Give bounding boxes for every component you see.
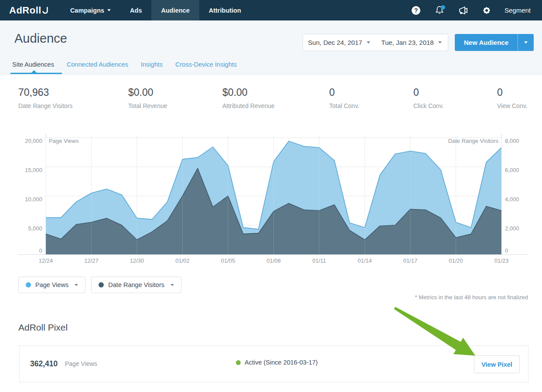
- chevron-down-icon: [75, 284, 78, 286]
- svg-text:6,000: 6,000: [505, 167, 519, 173]
- new-audience-dropdown-button[interactable]: [518, 34, 534, 51]
- new-audience-button[interactable]: New Audience: [455, 34, 518, 51]
- stat-label: Click Conv.: [413, 102, 444, 109]
- adroll-logo[interactable]: AdRoll: [0, 0, 61, 20]
- end-date-picker[interactable]: Tue, Jan 23, 2018: [375, 34, 448, 51]
- status-badge: Active (Since 2016-03-17): [245, 359, 318, 366]
- view-pixel-button[interactable]: View Pixel: [474, 355, 520, 373]
- svg-text:01/08: 01/08: [266, 257, 281, 264]
- stat-view-conv: 0 View Conv.: [497, 87, 528, 109]
- audience-tabs: Site Audiences Connected Audiences Insig…: [12, 61, 237, 68]
- svg-text:?: ?: [414, 7, 418, 14]
- stat-click-conv: 0 Click Conv.: [413, 87, 444, 109]
- chevron-down-icon: [524, 41, 528, 44]
- active-tab-notch: [31, 70, 37, 73]
- stat-value: 0: [497, 87, 528, 98]
- top-nav: AdRoll Campaigns Ads Audience Attributio…: [0, 0, 542, 20]
- stat-value: $0.00: [128, 87, 167, 98]
- pixel-page-views-value: 362,410: [30, 359, 58, 368]
- tab-site-audiences[interactable]: Site Audiences: [12, 61, 54, 68]
- nav-item-label: Ads: [130, 7, 142, 14]
- visitors-series-dot: [99, 282, 104, 287]
- adroll-logo-swirl-icon: [42, 7, 48, 14]
- stat-label: Date Range Visitors: [18, 102, 72, 109]
- chevron-down-icon: [367, 41, 370, 44]
- svg-text:12/30: 12/30: [130, 257, 144, 264]
- nav-item-label: Attribution: [209, 7, 241, 14]
- svg-text:2,000: 2,000: [505, 225, 519, 232]
- svg-text:20,000: 20,000: [25, 138, 42, 144]
- metrics-footnote: * Metrics in the last 48 hours are not f…: [415, 294, 528, 301]
- stat-value: $0.00: [222, 87, 275, 98]
- page-header: Audience Sun, Dec 24, 2017 Tue, Jan 23, …: [0, 20, 542, 74]
- svg-text:01/11: 01/11: [312, 257, 326, 264]
- svg-text:5,000: 5,000: [28, 225, 42, 232]
- stat-value: 0: [329, 87, 359, 98]
- stat-label: Total Revenue: [128, 102, 167, 109]
- notifications-bell-icon[interactable]: [428, 0, 451, 20]
- active-tab-underline: [10, 73, 62, 74]
- pixel-page-views-label: Page Views: [65, 360, 97, 367]
- nav-item-campaigns[interactable]: Campaigns: [61, 0, 120, 20]
- nav-item-label: Audience: [161, 7, 189, 14]
- svg-text:01/20: 01/20: [449, 257, 463, 264]
- stat-date-range-visitors: 70,963 Date Range Visitors: [18, 87, 72, 109]
- svg-text:12/24: 12/24: [39, 257, 53, 264]
- notification-badge: [441, 5, 445, 10]
- traffic-area-chart: 05,00010,00015,00020,00002,0004,0006,000…: [0, 132, 542, 269]
- start-date-value: Sun, Dec 24, 2017: [308, 39, 362, 46]
- svg-text:Date Range Visitors: Date Range Visitors: [448, 138, 499, 144]
- svg-text:12/27: 12/27: [84, 257, 99, 264]
- svg-text:15,000: 15,000: [25, 167, 42, 173]
- tab-connected-audiences[interactable]: Connected Audiences: [67, 61, 128, 68]
- page-title: Audience: [14, 31, 67, 46]
- active-status-dot: [236, 360, 241, 365]
- svg-text:01/05: 01/05: [221, 257, 235, 264]
- svg-text:8,000: 8,000: [505, 138, 519, 144]
- end-date-value: Tue, Jan 23, 2018: [381, 39, 433, 46]
- tab-cross-device-insights[interactable]: Cross-Device Insights: [175, 61, 237, 68]
- segment-account-link[interactable]: Segment: [498, 7, 535, 14]
- settings-gear-icon[interactable]: [475, 0, 498, 20]
- pixel-card: 362,410 Page Views Active (Since 2016-03…: [19, 345, 528, 382]
- svg-text:01/23: 01/23: [494, 257, 509, 264]
- stat-value: 0: [413, 87, 444, 98]
- tab-insights[interactable]: Insights: [141, 61, 163, 68]
- nav-right-group: ? Segment: [404, 0, 542, 20]
- new-audience-split-button: New Audience: [455, 34, 534, 51]
- svg-text:01/02: 01/02: [175, 257, 190, 264]
- svg-text:0: 0: [505, 247, 508, 254]
- gear-glyph: [482, 6, 491, 15]
- svg-text:Page Views: Page Views: [49, 138, 79, 144]
- legend-page-views-dropdown[interactable]: Page Views: [18, 277, 85, 293]
- legend-date-range-visitors-dropdown[interactable]: Date Range Visitors: [91, 277, 181, 293]
- nav-item-label: Campaigns: [70, 7, 104, 14]
- chevron-down-icon: [107, 9, 111, 11]
- stat-total-revenue: $0.00 Total Revenue: [128, 87, 167, 109]
- stat-attributed-revenue: $0.00 Attributed Revenue: [222, 87, 275, 109]
- pixel-status: Active (Since 2016-03-17): [236, 359, 318, 366]
- chevron-down-icon: [170, 284, 174, 286]
- stat-label: Total Conv.: [329, 102, 359, 109]
- legend-label: Date Range Visitors: [108, 281, 164, 288]
- help-icon[interactable]: ?: [404, 0, 428, 20]
- stat-value: 70,963: [18, 87, 72, 98]
- svg-text:4,000: 4,000: [505, 196, 519, 203]
- nav-item-audience[interactable]: Audience: [151, 0, 199, 20]
- nav-item-ads[interactable]: Ads: [120, 0, 151, 20]
- stat-label: Attributed Revenue: [222, 102, 275, 109]
- stat-total-conv: 0 Total Conv.: [329, 87, 359, 109]
- svg-text:01/14: 01/14: [358, 257, 372, 264]
- chevron-down-icon: [438, 41, 442, 44]
- nav-item-attribution[interactable]: Attribution: [199, 0, 251, 20]
- adroll-logo-text: AdRoll: [9, 5, 41, 16]
- svg-text:0: 0: [39, 247, 42, 254]
- legend-label: Page Views: [35, 281, 68, 288]
- announcements-megaphone-icon[interactable]: [451, 0, 475, 20]
- svg-text:10,000: 10,000: [25, 196, 42, 203]
- page-views-series-dot: [26, 282, 31, 287]
- start-date-picker[interactable]: Sun, Dec 24, 2017: [303, 34, 375, 51]
- chart-legend: Page Views Date Range Visitors: [18, 277, 181, 293]
- help-icon-glyph: ?: [411, 6, 421, 15]
- svg-text:01/17: 01/17: [403, 257, 418, 264]
